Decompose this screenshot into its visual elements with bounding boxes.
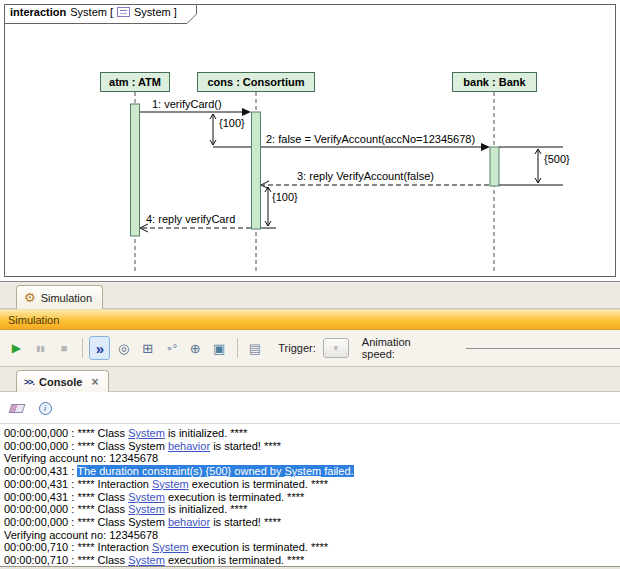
console-link[interactable]: System <box>128 503 165 515</box>
message-label-verifyCard[interactable]: 1: verifyCard() <box>152 98 222 110</box>
frame-name: System [ <box>70 6 113 18</box>
tab-console-label: Console <box>39 376 82 388</box>
console-line: Verifying account no: 12345678 <box>4 452 620 465</box>
console-text: is started! **** <box>210 440 281 452</box>
clear-console-button[interactable] <box>8 399 26 417</box>
console-line: 00:00:00,431 : **** Interaction System e… <box>4 478 620 491</box>
console-line: 00:00:00,431 : The duration constraint(s… <box>4 465 620 478</box>
duration-constraint-100-label[interactable]: {100} <box>219 117 245 129</box>
console-text: failed. <box>321 465 353 477</box>
lifeline-bank[interactable]: bank : Bank <box>452 72 537 92</box>
step-into-button[interactable]: ◎ <box>113 336 134 360</box>
console-text: 00:00:00,431 : <box>4 465 77 477</box>
web-globe-icon: ⊕ <box>190 342 201 355</box>
lifeline-atm[interactable]: atm : ATM <box>100 72 170 92</box>
simulation-tabstrip: ⚙ Simulation <box>0 282 620 309</box>
terminate-button[interactable]: ■ <box>54 336 75 360</box>
message-label-verifyAccount[interactable]: 2: false = VerifyAccount(accNo=12345678) <box>266 133 475 145</box>
console-line: 00:00:00,710 : **** Class System executi… <box>4 554 620 566</box>
diagram-frame-label[interactable]: interaction System [ System ] <box>4 4 198 24</box>
eraser-icon <box>9 404 26 413</box>
console-text: execution is terminated. **** <box>165 491 304 503</box>
animation-speed-label: Animation speed: <box>362 336 435 360</box>
step-over-button[interactable]: » <box>89 336 110 360</box>
console-toolbar-separator <box>0 423 620 424</box>
lifeline-line[interactable] <box>135 92 494 272</box>
console-link[interactable]: System <box>152 478 189 490</box>
console-icon: >>. <box>24 377 34 387</box>
report-button[interactable]: ▤ <box>244 336 265 360</box>
console-text: execution is terminated. **** <box>165 554 304 566</box>
simulation-panel-titlebar[interactable]: Simulation <box>0 309 620 330</box>
console-line: 00:00:00,710 : **** Interaction System e… <box>4 541 620 554</box>
console-toolbar: i <box>8 398 54 418</box>
toolbar-separator <box>82 338 83 358</box>
info-icon: i <box>39 402 52 415</box>
console-text: is initialized. **** <box>165 503 248 515</box>
console-text: 00:00:00,000 : **** Class System <box>4 516 168 528</box>
message-line-reply-verifyCard[interactable] <box>140 224 251 232</box>
slider-track <box>466 348 620 349</box>
console-text: execution is terminated. **** <box>189 541 328 553</box>
trigger-dropdown[interactable]: ▾ <box>323 338 349 358</box>
report-document-icon: ▤ <box>249 342 261 355</box>
chevron-down-icon: ▾ <box>334 343 339 353</box>
console-link[interactable]: behavior <box>168 440 210 452</box>
console-link[interactable]: System <box>128 427 165 439</box>
info-button[interactable]: i <box>36 399 54 417</box>
duration-constraint-500-label[interactable]: {500} <box>544 153 570 165</box>
diagram-picture-icon: ▣ <box>213 342 225 355</box>
message-label-reply-verifyCard[interactable]: 4: reply verifyCard <box>146 213 235 225</box>
run-button[interactable]: ▶ <box>6 336 27 360</box>
console-link[interactable]: System <box>128 554 165 566</box>
console-link[interactable]: System <box>152 541 189 553</box>
close-icon[interactable]: × <box>91 375 98 389</box>
console-text: The duration constraint(s) <box>77 465 205 477</box>
tab-console[interactable]: >>. Console × <box>16 370 109 392</box>
console-pane: i 00:00:00,000 : **** Class System is in… <box>0 392 620 566</box>
console-text: 00:00:00,431 : **** Class <box>4 491 128 503</box>
containment-button[interactable]: ⊞ <box>137 336 158 360</box>
sequence-diagram-icon <box>117 7 130 17</box>
sequence-diagram-canvas[interactable]: interaction System [ System ] atm : ATM … <box>0 0 620 282</box>
console-line: 00:00:00,000 : **** Class System behavio… <box>4 516 620 529</box>
instances-icon: ∘° <box>166 342 177 355</box>
console-link[interactable]: System <box>128 491 165 503</box>
console-link[interactable]: System <box>285 465 322 477</box>
step-over-icon: » <box>96 342 104 355</box>
console-tabstrip: >>. Console × <box>0 367 620 392</box>
console-line: 00:00:00,000 : **** Class System is init… <box>4 503 620 516</box>
console-text: execution is terminated. **** <box>189 478 328 490</box>
console-text: Verifying account no: 12345678 <box>4 529 158 541</box>
animation-speed-slider[interactable] <box>466 340 620 356</box>
run-icon: ▶ <box>12 342 21 355</box>
simulation-panel-title: Simulation <box>8 314 59 326</box>
console-line: 00:00:00,000 : **** Class System is init… <box>4 427 620 440</box>
simulation-gear-icon: ⚙ <box>24 291 36 304</box>
terminate-icon: ■ <box>61 342 68 355</box>
message-line-reply-verifyAccount[interactable] <box>261 181 489 189</box>
message-label-reply-verifyAccount[interactable]: 3: reply VerifyAccount(false) <box>297 170 434 182</box>
containment-tree-icon: ⊞ <box>142 342 153 355</box>
console-text: 00:00:00,710 : **** Interaction <box>4 541 152 553</box>
console-text: 00:00:00,000 : **** Class <box>4 503 128 515</box>
pause-button[interactable]: ▮▮ <box>30 336 51 360</box>
console-line: 00:00:00,000 : **** Class System behavio… <box>4 440 620 453</box>
instances-button[interactable]: ∘° <box>161 336 182 360</box>
console-text: is started! **** <box>210 516 281 528</box>
console-line: 00:00:00,431 : **** Class System executi… <box>4 491 620 504</box>
console-line: Verifying account no: 12345678 <box>4 529 620 542</box>
simulation-toolbar: ▶ ▮▮ ■ » ◎ ⊞ ∘° ⊕ ▣ ▤ Trigger: ▾ Animati… <box>0 330 620 367</box>
animation-button[interactable]: ▣ <box>209 336 230 360</box>
duration-constraint-100b-label[interactable]: {100} <box>272 191 298 203</box>
frame-ref-name: System ] <box>134 6 177 18</box>
console-link[interactable]: behavior <box>168 516 210 528</box>
tab-simulation[interactable]: ⚙ Simulation <box>16 285 103 309</box>
console-text: 00:00:00,710 : **** Class <box>4 554 128 566</box>
console-output[interactable]: 00:00:00,000 : **** Class System is init… <box>0 427 620 566</box>
console-link[interactable]: {500} <box>206 465 232 477</box>
trigger-label: Trigger: <box>278 342 316 354</box>
web-ui-button[interactable]: ⊕ <box>185 336 206 360</box>
toolbar-separator <box>237 338 238 358</box>
lifeline-cons[interactable]: cons : Consortium <box>197 72 315 92</box>
